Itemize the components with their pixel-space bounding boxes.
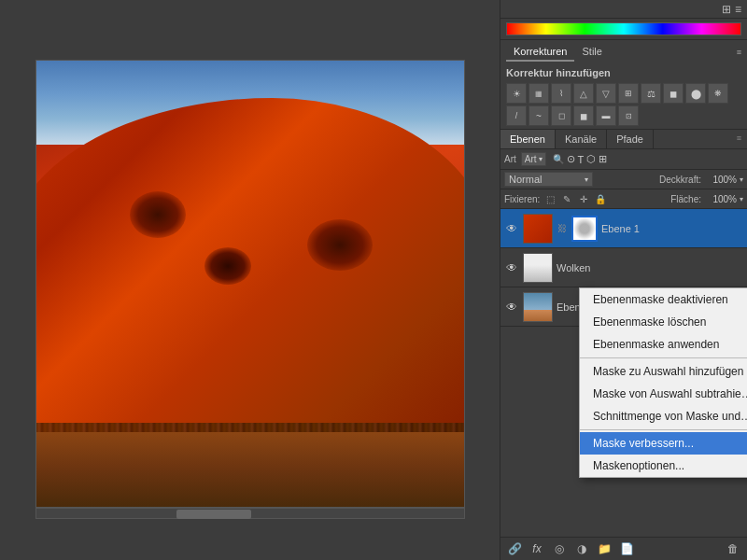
layer-row-1[interactable]: 👁 ⛓ Ebene 1 xyxy=(500,209,747,248)
fx-btn[interactable]: fx xyxy=(529,540,545,557)
fill-label: Fläche: xyxy=(670,194,701,204)
fill-row: Fixieren: ⬚ ✎ ✛ 🔒 Fläche: 100% ▾ xyxy=(500,189,747,209)
context-menu-item-0[interactable]: Ebenenmaske deaktivieren xyxy=(580,288,747,311)
layer-thumb-1 xyxy=(523,214,553,244)
delete-layer-btn[interactable]: 🗑 xyxy=(725,540,741,557)
layer-name-2: Wolken xyxy=(557,262,743,273)
lock-move-btn[interactable]: ✛ xyxy=(576,191,591,206)
lock-pixels-btn[interactable]: ⬚ xyxy=(543,191,557,206)
exposure-icon[interactable]: △ xyxy=(573,83,594,104)
context-menu-sep-2 xyxy=(580,429,747,430)
tab-ebenen[interactable]: Ebenen xyxy=(500,130,556,148)
blend-mode-dropdown[interactable]: Normal ▾ xyxy=(504,172,593,187)
bw-icon[interactable]: ◼ xyxy=(663,83,684,104)
eye-layer-2[interactable]: 👁 xyxy=(504,260,519,275)
lock-icons: ⬚ ✎ ✛ 🔒 xyxy=(543,191,608,206)
layers-toolbar: Art Art ▾ 🔍 ⊙ T ⬡ ⊞ xyxy=(500,149,747,170)
app-container: ⊞ ≡ Korrekturen Stile ≡ Korrektur hinzuf… xyxy=(0,0,747,560)
vibrance-icon[interactable]: ▽ xyxy=(596,83,616,104)
kind-icon2[interactable]: ⊙ xyxy=(567,153,575,165)
fill-value[interactable]: 100% xyxy=(704,194,737,204)
context-menu-item-4[interactable]: Maske zu Auswahl hinzufügen xyxy=(580,360,747,383)
color-bar-area xyxy=(500,19,747,40)
ground-layer xyxy=(36,432,464,507)
canvas-wrapper xyxy=(35,60,465,508)
corrections-header: Korrekturen Stile ≡ xyxy=(500,40,747,64)
gradient-map-icon[interactable]: ▬ xyxy=(596,105,616,126)
layer-row-2[interactable]: 👁 Wolken xyxy=(500,248,747,287)
layer-mask-1 xyxy=(571,216,598,242)
layer-name-1: Ebene 1 xyxy=(601,223,743,234)
context-menu-sep-1 xyxy=(580,357,747,358)
opacity-label: Deckkraft: xyxy=(659,175,701,185)
new-layer-btn[interactable]: 📄 xyxy=(618,540,635,557)
lock-all-btn[interactable]: 🔒 xyxy=(593,191,608,206)
canvas-scrollbar[interactable] xyxy=(35,508,465,519)
corrections-icons: ☀ ▦ ⌇ △ ▽ ⊞ ⚖ ◼ ⬤ ❋ / ~ ◻ ◼ ▬ ⊡ xyxy=(500,80,747,129)
canvas-area xyxy=(0,0,500,560)
link-icon-1: ⛓ xyxy=(557,216,568,242)
rock-cave-3 xyxy=(307,219,373,271)
corrections-panel: Korrekturen Stile ≡ Korrektur hinzufügen… xyxy=(500,40,747,130)
tab-korrekturen[interactable]: Korrekturen xyxy=(506,43,574,62)
top-strip: ⊞ ≡ xyxy=(500,0,747,19)
layers-panel-menu[interactable]: ≡ xyxy=(731,130,747,148)
layers-bottom-toolbar: 🔗 fx ◎ ◑ 📁 📄 🗑 xyxy=(500,537,747,560)
menu-icon[interactable]: ≡ xyxy=(735,3,741,16)
rock-cave-1 xyxy=(130,191,186,238)
posterize-icon[interactable]: ◻ xyxy=(551,105,571,126)
link-layers-btn[interactable]: 🔗 xyxy=(506,540,523,557)
layer-thumb-3 xyxy=(523,292,553,322)
kind-icon3[interactable]: T xyxy=(578,154,585,165)
new-group-btn[interactable]: 📁 xyxy=(596,540,613,557)
canvas-image xyxy=(36,61,464,507)
kind-dropdown[interactable]: Art ▾ xyxy=(521,152,546,166)
blend-row: Normal ▾ Deckkraft: 100% ▾ xyxy=(500,170,747,189)
add-mask-btn[interactable]: ◎ xyxy=(551,540,568,557)
scrollbar-thumb[interactable] xyxy=(176,510,251,519)
color-balance-icon[interactable]: ⚖ xyxy=(641,83,661,104)
kind-label: Art xyxy=(504,154,516,164)
selective-color-icon[interactable]: ⊡ xyxy=(618,105,639,126)
eye-layer-3[interactable]: 👁 xyxy=(504,300,519,315)
kind-icon1[interactable]: 🔍 xyxy=(553,154,564,164)
channel-mixer-icon[interactable]: ❋ xyxy=(708,83,728,104)
brightness-contrast-icon[interactable]: ☀ xyxy=(506,83,527,104)
kind-icon5[interactable]: ⊞ xyxy=(599,153,607,165)
levels-icon[interactable]: ▦ xyxy=(529,83,549,104)
context-menu-item-5[interactable]: Maske von Auswahl subtrahie… xyxy=(580,383,747,405)
lock-label: Fixieren: xyxy=(504,194,540,204)
context-menu-item-6[interactable]: Schnittmenge von Maske und… xyxy=(580,405,747,427)
gradient-bar[interactable] xyxy=(506,22,741,35)
tab-stile[interactable]: Stile xyxy=(574,43,609,62)
arrange-icon[interactable]: ⊞ xyxy=(722,3,731,16)
photo-filter-icon[interactable]: ⬤ xyxy=(685,83,706,104)
tab-pfade[interactable]: Pfade xyxy=(607,130,654,148)
new-adjustment-btn[interactable]: ◑ xyxy=(573,540,590,557)
threshold-icon[interactable]: ◼ xyxy=(573,105,594,126)
eye-layer-1[interactable]: 👁 xyxy=(504,221,519,236)
opacity-value[interactable]: 100% xyxy=(704,175,737,185)
fill-arrow[interactable]: ▾ xyxy=(740,195,743,203)
curves-icon[interactable]: ⌇ xyxy=(551,83,571,104)
kind-icon4[interactable]: ⬡ xyxy=(586,153,596,165)
context-menu-item-1[interactable]: Ebenenmaske löschen xyxy=(580,311,747,333)
top-icons: ⊞ ≡ xyxy=(722,3,741,16)
context-menu-item-9[interactable]: Maskenoptionen... xyxy=(580,455,747,477)
rock-cave-2 xyxy=(204,247,251,285)
context-menu-item-2[interactable]: Ebenenmaske anwenden xyxy=(580,333,747,356)
invert-icon[interactable]: ~ xyxy=(529,105,549,126)
corrections-title: Korrektur hinzufügen xyxy=(500,64,747,80)
opacity-arrow[interactable]: ▾ xyxy=(740,175,743,184)
blend-mode-label: Normal xyxy=(509,174,585,185)
color-lookup-icon[interactable]: / xyxy=(506,105,527,126)
hue-sat-icon[interactable]: ⊞ xyxy=(618,83,639,104)
context-menu: Ebenenmaske deaktivieren Ebenenmaske lös… xyxy=(579,287,747,478)
lock-position-btn[interactable]: ✎ xyxy=(559,191,574,206)
layer-thumb-2 xyxy=(523,253,553,283)
tab-kanaele[interactable]: Kanäle xyxy=(556,130,607,148)
panel-menu-button[interactable]: ≡ xyxy=(737,48,741,57)
layers-tabs: Ebenen Kanäle Pfade ≡ xyxy=(500,130,747,149)
context-menu-item-8[interactable]: Maske verbessern... xyxy=(580,432,747,455)
